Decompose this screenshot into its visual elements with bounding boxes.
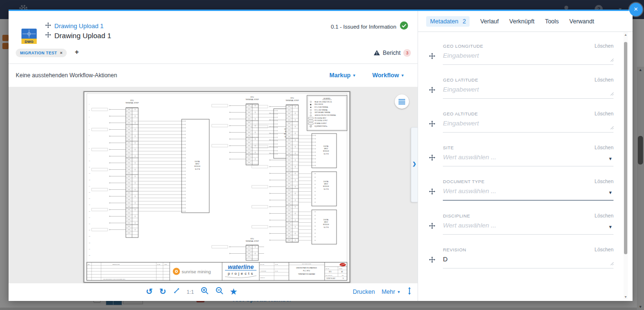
svg-text:- 10: - 10 — [88, 160, 91, 162]
favorite-star-icon[interactable]: ★ — [230, 288, 237, 296]
rotate-right-icon[interactable]: ↻ — [159, 288, 166, 296]
tag-remove-icon[interactable]: × — [60, 51, 62, 55]
actual-size-button[interactable]: 1:1 — [187, 289, 194, 295]
svg-text:A3: A3 — [341, 271, 343, 273]
svg-text:DATE: DATE — [157, 264, 160, 265]
print-button[interactable]: Drucken — [353, 289, 375, 295]
tab-verknüpft[interactable]: Verknüpft — [509, 18, 534, 25]
svg-text:- 16: - 16 — [88, 198, 91, 199]
svg-text:SCALE: SCALE — [326, 268, 329, 269]
resize-grip-icon[interactable] — [610, 259, 614, 268]
move-icon — [45, 31, 51, 40]
select-caret-icon[interactable]: ▼ — [608, 190, 613, 195]
field-geo-latitude: GEO LATITUDELöschenEingabewert — [429, 76, 613, 99]
move-icon — [429, 212, 443, 235]
delete-link[interactable]: Löschen — [594, 77, 613, 83]
field-placeholder[interactable]: Eingabewert — [443, 120, 613, 128]
panel-scrollbar[interactable]: ▲ ▼ — [624, 32, 628, 300]
svg-text:MODULE: MODULE — [323, 186, 329, 187]
move-icon — [429, 42, 443, 65]
svg-text:INPUT: INPUT — [324, 221, 328, 223]
field-label: DISCIPLINE — [443, 212, 470, 218]
chevron-right-icon: ❯ — [412, 161, 416, 166]
svg-text:R.T.U. FUSE TERMINAL: R.T.U. FUSE TERMINAL — [315, 106, 328, 108]
select-caret-icon[interactable]: ▼ — [608, 225, 613, 229]
svg-text:SHEET: SHEET — [339, 268, 343, 269]
svg-text:- 23: - 23 — [88, 242, 91, 244]
document-viewer-modal: DWG Drawing Upload 1 Drawing Upload 1 0.… — [9, 10, 633, 301]
viewer-toolbar: ↺ ↻ 1:1 ★ Drucken Mehr ▼ — [9, 283, 418, 300]
delete-link[interactable]: Löschen — [594, 247, 613, 252]
delete-link[interactable]: Löschen — [594, 111, 613, 116]
svg-text:TERMINATION DIAGRAM: TERMINATION DIAGRAM — [298, 273, 315, 275]
thumbnail-list-button[interactable] — [395, 94, 409, 109]
more-dropdown[interactable]: Mehr ▼ — [381, 289, 400, 295]
tab-verwandt[interactable]: Verwandt — [569, 18, 594, 25]
svg-text:MODULE: MODULE — [323, 150, 329, 152]
report-button[interactable]: Bericht 3 — [374, 49, 411, 57]
field-discipline: DISCIPLINELöschenWert auswählen ...▼ — [429, 212, 613, 235]
delete-link[interactable]: Löschen — [594, 145, 613, 150]
svg-text:MODULE: MODULE — [194, 165, 200, 167]
rotate-left-icon[interactable]: ↺ — [146, 288, 153, 296]
field-value[interactable]: D — [443, 256, 613, 264]
svg-text:- 12: - 12 — [88, 173, 91, 174]
svg-text:RTU DIGITAL INPUT: RTU DIGITAL INPUT — [315, 117, 327, 119]
tab-metadaten[interactable]: Metadaten2 — [426, 16, 470, 27]
zoom-in-icon[interactable] — [201, 287, 209, 297]
panel-scrollbar-thumb[interactable] — [624, 42, 627, 254]
resize-grip-icon[interactable] — [610, 55, 614, 64]
svg-text:INPUT: INPUT — [324, 183, 328, 185]
field-revision: REVISIONLöschenD — [429, 246, 613, 269]
delete-link[interactable]: Löschen — [594, 178, 613, 184]
field-label: DOCUMENT TYPE — [443, 178, 484, 184]
svg-text:DRAWING TITLE: DRAWING TITLE — [302, 263, 311, 265]
svg-text:D: D — [343, 278, 344, 279]
svg-text:SLOT B: SLOT B — [324, 188, 328, 190]
workflow-dropdown[interactable]: Workflow ▼ — [372, 72, 404, 79]
field-label: REVISION — [443, 246, 466, 252]
svg-text:DEMONSTRATION DRAWINGS: DEMONSTRATION DRAWINGS — [296, 267, 317, 269]
document-header: DWG Drawing Upload 1 Drawing Upload 1 0.… — [9, 11, 418, 64]
tag-migration-test[interactable]: MIGRATION TEST × — [16, 49, 67, 57]
metadata-fields: GEO LONGITUDELöschenEingabewertGEO LATIT… — [418, 32, 633, 300]
field-geo-altitude: GEO ALTITUDELöschenEingabewert — [429, 110, 613, 133]
field-placeholder[interactable]: Wert auswählen ... — [443, 187, 613, 196]
svg-text:- 18: - 18 — [88, 211, 91, 212]
tab-tools[interactable]: Tools — [545, 18, 559, 25]
status-check-icon — [400, 21, 408, 31]
close-icon[interactable]: × — [629, 3, 643, 16]
svg-text:DIGITAL: DIGITAL — [194, 161, 200, 163]
fit-screen-icon[interactable] — [173, 287, 180, 296]
svg-text:DESCRIPTION: DESCRIPTION — [112, 264, 120, 265]
resize-grip-icon[interactable] — [610, 89, 614, 98]
field-placeholder[interactable]: Eingabewert — [443, 52, 613, 60]
svg-text:DIGITAL: DIGITAL — [323, 145, 328, 147]
field-placeholder[interactable]: Wert auswählen ... — [443, 222, 613, 230]
move-icon — [429, 110, 443, 133]
drawing-viewer[interactable]: - 1- 2- 3- 4- 5- 6- 7- 8- 9- 10- 11- 12-… — [9, 87, 418, 283]
field-label: SITE — [443, 144, 454, 150]
svg-text:RTU: RTU — [131, 100, 134, 102]
field-placeholder[interactable]: Wert auswählen ... — [443, 154, 613, 162]
field-site: SITELöschenWert auswählen ...▼ — [429, 144, 613, 166]
document-title-link[interactable]: Drawing Upload 1 — [54, 22, 103, 30]
add-tag-button[interactable]: + — [75, 48, 79, 56]
delete-link[interactable]: Löschen — [594, 213, 613, 218]
svg-text:SLOT B: SLOT B — [324, 227, 328, 228]
panel-tabs: Metadaten2VerlaufVerknüpftToolsVerwandt — [418, 11, 633, 32]
side-drawer-handle[interactable]: ❯ — [411, 127, 418, 202]
field-placeholder[interactable]: Eingabewert — [443, 86, 613, 94]
resize-grip-icon[interactable] — [610, 123, 614, 132]
move-icon — [429, 76, 443, 99]
move-icon — [429, 144, 443, 166]
resize-vertical-icon[interactable] — [407, 287, 412, 297]
delete-link[interactable]: Löschen — [594, 43, 613, 49]
svg-text:DRAWN: DRAWN — [260, 264, 265, 265]
markup-dropdown[interactable]: Markup ▼ — [329, 72, 356, 79]
zoom-out-icon[interactable] — [215, 287, 224, 297]
tab-verlauf[interactable]: Verlauf — [480, 18, 499, 25]
warning-icon — [374, 49, 380, 57]
select-caret-icon[interactable]: ▼ — [608, 156, 613, 161]
svg-text:REV: REV — [342, 275, 344, 276]
